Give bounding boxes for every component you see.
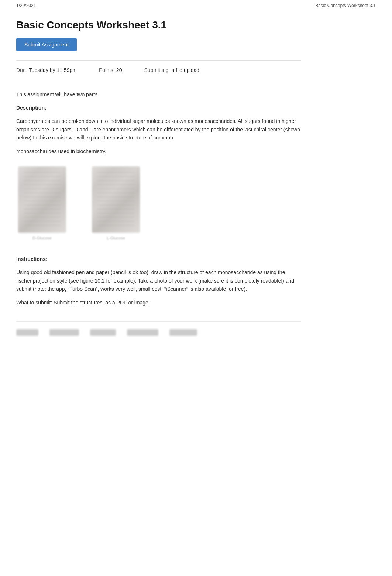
main-content: Basic Concepts Worksheet 3.1 Submit Assi… [0, 11, 317, 358]
breadcrumb: Basic Concepts Worksheet 3.1 [315, 3, 376, 8]
submitting-item: Submitting a file upload [144, 67, 199, 73]
points-label: Points [99, 67, 113, 73]
due-item: Due Tuesday by 11:59pm [16, 67, 77, 73]
page-title: Basic Concepts Worksheet 3.1 [16, 19, 301, 31]
due-value: Tuesday by 11:59pm [29, 67, 77, 73]
molecule-image-1 [18, 166, 66, 233]
nav-item-2[interactable] [49, 329, 79, 336]
molecule-diagram-1: D-Glucose [16, 166, 68, 240]
molecule-caption-2: L-Glucose [107, 236, 125, 240]
instructions-body: Using good old fashioned pen and paper (… [16, 268, 301, 293]
description-label: Description: [16, 104, 301, 112]
description-body: Carbohydrates can be broken down into in… [16, 117, 301, 142]
submit-what: What to submit: Submit the structures, a… [16, 299, 301, 307]
points-value: 20 [116, 67, 122, 73]
molecule-caption-1: D-Glucose [32, 236, 52, 240]
date-label: 1/29/2021 [16, 3, 36, 8]
top-bar: 1/29/2021 Basic Concepts Worksheet 3.1 [0, 0, 392, 11]
bottom-navigation [16, 321, 301, 336]
nav-item-3[interactable] [90, 329, 116, 336]
points-item: Points 20 [99, 67, 122, 73]
description-continued: monosaccharides used in biochemistry. [16, 147, 301, 155]
submit-assignment-button[interactable]: Submit Assignment [16, 38, 77, 51]
nav-item-1[interactable] [16, 329, 38, 336]
molecule-diagram-2: L-Glucose [90, 166, 142, 240]
submitting-label: Submitting [144, 67, 168, 73]
description-section: This assignment will have two parts. Des… [16, 90, 301, 155]
instructions-label: Instructions: [16, 255, 301, 263]
instructions-section: Instructions: Using good old fashioned p… [16, 255, 301, 307]
due-label: Due [16, 67, 26, 73]
intro-text: This assignment will have two parts. [16, 90, 301, 99]
molecule-image-2 [92, 166, 140, 233]
molecule-diagrams: D-Glucose L-Glucose [16, 163, 301, 244]
nav-item-4[interactable] [127, 329, 158, 336]
nav-item-5[interactable] [169, 329, 197, 336]
submitting-value: a file upload [172, 67, 200, 73]
meta-row: Due Tuesday by 11:59pm Points 20 Submitt… [16, 60, 301, 80]
